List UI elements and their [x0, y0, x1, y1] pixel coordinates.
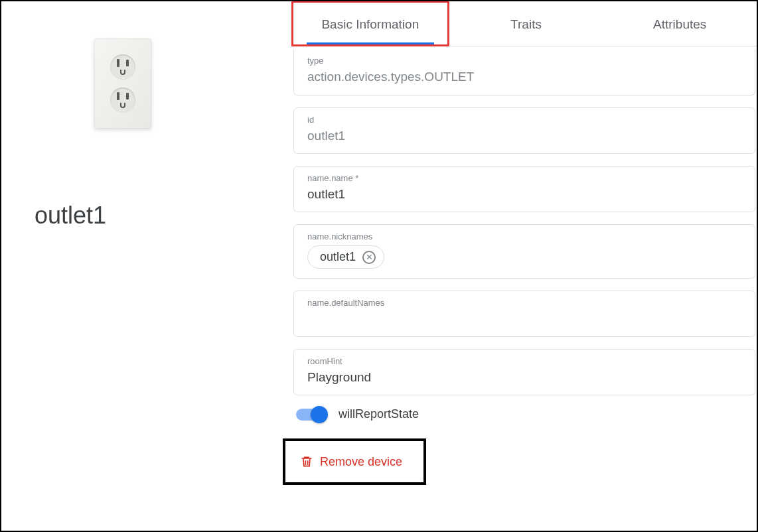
tab-attributes[interactable]: Attributes [603, 1, 757, 46]
tabs: Basic Information Traits Attributes [292, 1, 757, 46]
field-name-label: name.name * [307, 173, 741, 183]
remove-device-button[interactable]: Remove device [283, 438, 426, 485]
form: type action.devices.types.OUTLET id outl… [292, 46, 757, 485]
will-report-state-row: willReportState [296, 407, 757, 421]
room-hint-input[interactable] [307, 370, 741, 385]
sidebar: outlet1 [1, 1, 292, 531]
field-type-label: type [307, 56, 741, 66]
field-id: id outlet1 [293, 107, 755, 154]
nickname-chip: outlet1 ✕ [307, 245, 384, 269]
main-panel: Basic Information Traits Attributes type… [292, 1, 757, 531]
tab-traits[interactable]: Traits [449, 1, 603, 46]
field-room-hint-label: roomHint [307, 356, 741, 366]
field-nicknames[interactable]: name.nicknames outlet1 ✕ [293, 224, 755, 279]
field-id-value: outlet1 [307, 129, 741, 143]
field-nicknames-label: name.nicknames [307, 232, 741, 241]
field-default-names-label: name.defaultNames [307, 298, 741, 308]
name-input[interactable] [307, 187, 741, 202]
field-type: type action.devices.types.OUTLET [293, 49, 755, 96]
field-name[interactable]: name.name * [293, 166, 755, 212]
close-icon[interactable]: ✕ [362, 251, 376, 264]
device-image-outlet [94, 38, 151, 129]
nickname-chip-label: outlet1 [320, 250, 356, 264]
field-type-value: action.devices.types.OUTLET [307, 70, 741, 84]
field-id-label: id [307, 115, 741, 125]
will-report-state-toggle[interactable] [296, 409, 327, 421]
default-names-input[interactable] [307, 312, 741, 326]
device-title: outlet1 [35, 202, 259, 230]
field-default-names[interactable]: name.defaultNames [293, 291, 755, 337]
trash-icon [300, 454, 313, 469]
remove-device-label: Remove device [320, 455, 402, 469]
tab-basic-information[interactable]: Basic Information [291, 1, 449, 46]
will-report-state-label: willReportState [339, 407, 419, 421]
field-room-hint[interactable]: roomHint [293, 349, 755, 395]
